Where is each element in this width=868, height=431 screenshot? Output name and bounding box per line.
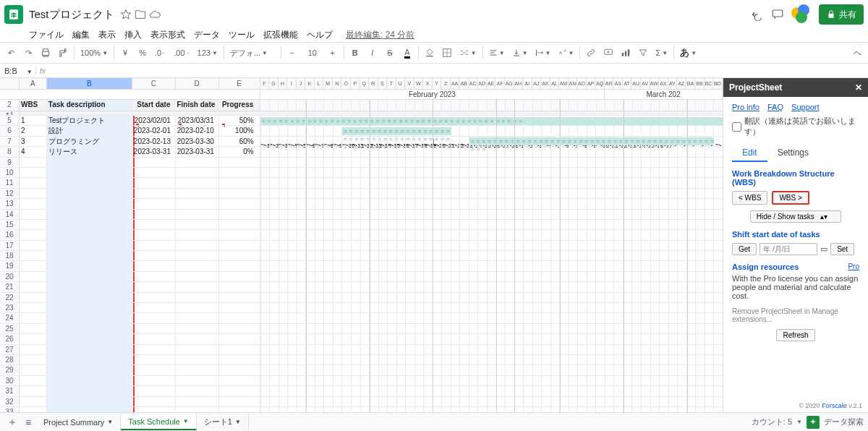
svg-rect-5	[829, 14, 834, 18]
link-faq[interactable]: FAQ	[767, 103, 783, 111]
projectsheet-panel: ProjectSheet✕ Pro info FAQ Support 翻訳（連絡…	[723, 78, 868, 412]
tab-settings[interactable]: Settings	[767, 145, 819, 162]
redo-button[interactable]: ↷	[20, 45, 36, 61]
spreadsheet-grid[interactable]: ABCDEFGHIJKLMNOPQRSTUVWXYZAAABACADAEAFAG…	[0, 78, 723, 412]
star-icon[interactable]	[120, 9, 132, 20]
sheet-tab-task-schedule[interactable]: Task Schedule▼	[121, 414, 196, 430]
name-box[interactable]: B:B ▼	[0, 67, 36, 75]
halign-button[interactable]: ▼	[486, 48, 508, 57]
undo-button[interactable]: ↶	[3, 45, 19, 61]
dec-dec-button[interactable]: .0←	[152, 48, 169, 57]
date-input[interactable]	[760, 243, 817, 255]
doc-title[interactable]: Testプロジェクト	[29, 8, 114, 22]
month-feb: February 2023	[260, 90, 605, 99]
menu-view[interactable]: 表示	[98, 29, 116, 41]
menu-format[interactable]: 表示形式	[150, 29, 185, 41]
strike-button[interactable]: S	[382, 45, 398, 61]
link-support[interactable]: Support	[791, 103, 820, 111]
menu-extensions[interactable]: 拡張機能	[263, 29, 298, 41]
functions-button[interactable]: Σ▼	[652, 48, 671, 57]
svg-rect-19	[622, 53, 624, 56]
more-formats[interactable]: 123▼	[195, 48, 221, 57]
link-button[interactable]	[583, 45, 599, 61]
month-mar: March 202	[605, 90, 723, 99]
chart-button[interactable]	[618, 45, 634, 61]
merge-button[interactable]: ▼	[456, 48, 480, 58]
fx-icon: fx	[36, 67, 49, 75]
svg-rect-21	[628, 49, 629, 56]
filter-button[interactable]	[635, 45, 651, 61]
translate-checkbox[interactable]	[732, 122, 741, 132]
all-sheets-button[interactable]: ≡	[20, 417, 36, 428]
refresh-button[interactable]: Refresh	[776, 329, 814, 341]
font-dec[interactable]: −	[284, 45, 300, 61]
bold-button[interactable]: B	[347, 45, 363, 61]
toolbar: ↶ ↷ 100%▼ ¥ % .0← .00→ 123▼ デフォ...▼ − + …	[0, 42, 868, 64]
fill-color-button[interactable]	[422, 45, 438, 61]
print-button[interactable]	[38, 45, 54, 61]
lock-icon	[826, 9, 836, 20]
wbs-section-title: Work Breakdown Structure (WBS)	[732, 169, 859, 187]
close-icon[interactable]: ✕	[855, 82, 862, 93]
wbs-outdent-button[interactable]: < WBS	[732, 191, 767, 205]
valign-button[interactable]: ▼	[509, 48, 531, 57]
comment-icon[interactable]	[771, 8, 784, 21]
get-date-button[interactable]: Get	[732, 243, 757, 255]
font-inc[interactable]: +	[325, 45, 341, 61]
set-date-button[interactable]: Set	[830, 243, 854, 255]
currency-button[interactable]: ¥	[117, 45, 133, 61]
sheet-tab-sheet1[interactable]: シート1▼	[197, 414, 249, 430]
paint-format-button[interactable]	[55, 45, 71, 61]
explore-label[interactable]: データ探索	[824, 417, 864, 427]
menu-help[interactable]: ヘルプ	[307, 29, 333, 41]
sheet-tab-bar: ＋ ≡ Project Summary▼ Task Schedule▼ シート1…	[0, 412, 868, 431]
svg-rect-20	[625, 51, 626, 56]
font-size-input[interactable]	[302, 48, 323, 57]
input-tools-button[interactable]: あ▼	[677, 46, 699, 59]
meet-icon[interactable]	[791, 4, 812, 25]
last-edit[interactable]: 最終編集: 24 分前	[346, 29, 414, 41]
svg-rect-6	[426, 56, 433, 56]
cloud-icon[interactable]	[149, 9, 161, 20]
add-sheet-button[interactable]: ＋	[4, 416, 20, 429]
dec-inc-button[interactable]: .00→	[171, 48, 192, 57]
menu-edit[interactable]: 編集	[72, 29, 90, 41]
svg-text:A: A	[559, 51, 562, 55]
tab-edit[interactable]: Edit	[732, 145, 767, 162]
assign-section-title: Assign resources	[732, 263, 799, 271]
zoom-select[interactable]: 100%▼	[77, 48, 111, 57]
wrap-button[interactable]: ▼	[532, 48, 554, 57]
move-folder-icon[interactable]	[135, 9, 146, 20]
share-button[interactable]: 共有	[819, 4, 864, 25]
sheet-tab-project-summary[interactable]: Project Summary▼	[36, 414, 121, 430]
menu-data[interactable]: データ	[194, 29, 220, 41]
count-label[interactable]: カウント: 5	[752, 417, 792, 427]
explore-icon[interactable]	[807, 416, 820, 429]
wbs-indent-button[interactable]: WBS >	[772, 191, 809, 205]
menu-file[interactable]: ファイル	[29, 29, 64, 41]
link-pro-info[interactable]: Pro info	[732, 103, 760, 111]
formula-input[interactable]	[49, 67, 868, 75]
pro-link[interactable]: Pro	[848, 263, 859, 270]
translate-label: 翻訳（連絡は英語でお願いします）	[744, 116, 859, 137]
menu-bar: ファイル 編集 表示 挿入 表示形式 データ ツール 拡張機能 ヘルプ 最終編集…	[0, 27, 868, 42]
menu-tools[interactable]: ツール	[229, 29, 255, 41]
copyright: © 2020 Forscale v.2.1	[799, 402, 862, 409]
forscale-link[interactable]: Forscale	[822, 402, 847, 409]
history-icon[interactable]	[751, 8, 764, 21]
text-color-button[interactable]: A	[399, 45, 415, 61]
calendar-icon[interactable]: ▭	[820, 244, 827, 254]
collapse-toolbar-button[interactable]: ヘ	[849, 45, 865, 61]
font-select[interactable]: デフォ...▼	[227, 48, 278, 59]
italic-button[interactable]: I	[365, 45, 380, 61]
rotate-button[interactable]: A▼	[556, 48, 577, 57]
borders-button[interactable]	[439, 45, 455, 61]
sheets-logo[interactable]	[4, 5, 23, 24]
panel-title: ProjectSheet	[729, 82, 782, 93]
assign-text: With the Pro license you can assign peop…	[732, 274, 859, 300]
percent-button[interactable]: %	[135, 45, 150, 61]
hide-show-tasks-button[interactable]: Hide / Show tasks ▴▾	[750, 210, 841, 223]
svg-rect-3	[13, 12, 14, 18]
menu-insert[interactable]: 挿入	[124, 29, 142, 41]
add-comment-button[interactable]	[600, 45, 616, 61]
